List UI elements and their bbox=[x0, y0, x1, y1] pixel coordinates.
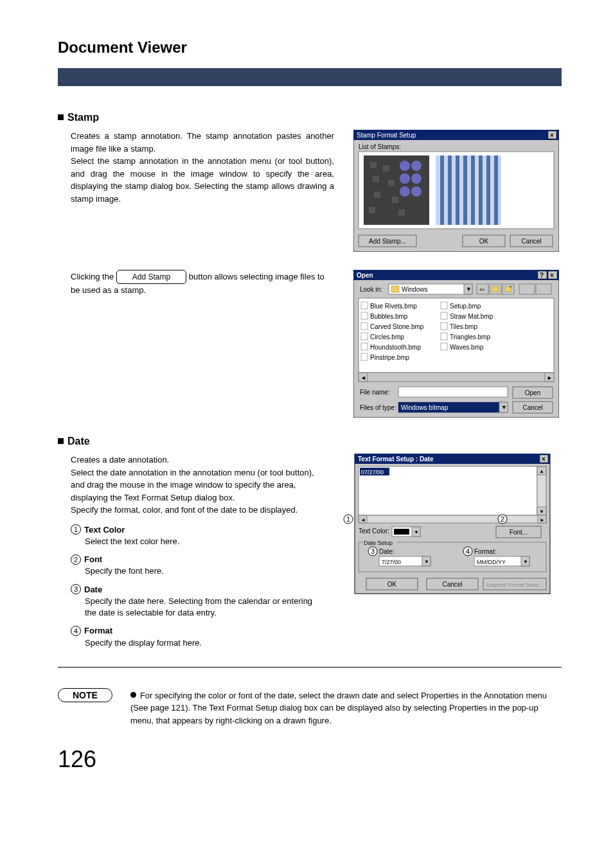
svg-point-16 bbox=[411, 173, 422, 184]
bullet-icon bbox=[130, 692, 136, 698]
textcolor-label: Text Color: bbox=[359, 527, 389, 535]
callout-3: 3 bbox=[371, 547, 375, 555]
svg-rect-12 bbox=[398, 209, 405, 216]
svg-text:▲: ▲ bbox=[539, 468, 544, 474]
open-cancel-button[interactable]: Cancel bbox=[522, 404, 542, 411]
filetype-select[interactable]: Windows bitmap bbox=[401, 404, 449, 411]
note-block: NOTE For specifying the color or font of… bbox=[58, 689, 562, 727]
divider bbox=[58, 667, 562, 668]
bullet-square bbox=[58, 114, 64, 120]
format-select[interactable]: MM/DD/YY bbox=[477, 559, 506, 565]
open-open-button[interactable]: Open bbox=[525, 389, 540, 396]
open-dialog-title: Open bbox=[357, 272, 373, 279]
page-title: Document Viewer bbox=[58, 39, 562, 57]
svg-rect-91 bbox=[359, 515, 546, 523]
svg-rect-7 bbox=[373, 176, 379, 182]
svg-point-15 bbox=[400, 173, 410, 184]
section-date: Date Creates a date annotation. Select t… bbox=[58, 436, 562, 649]
svg-text:Houndstooth.bmp: Houndstooth.bmp bbox=[370, 344, 421, 351]
font-button[interactable]: Font... bbox=[510, 529, 528, 536]
svg-text:▼: ▼ bbox=[539, 509, 544, 515]
add-stamp-inline-button: Add Stamp bbox=[116, 270, 186, 284]
svg-point-17 bbox=[400, 186, 410, 197]
lookin-value[interactable]: Windows bbox=[402, 286, 428, 293]
dialog-title: Stamp Format Setup bbox=[357, 132, 416, 139]
svg-text:◄: ◄ bbox=[360, 517, 366, 523]
prop-label: Format bbox=[84, 626, 112, 635]
circled-3: 3 bbox=[71, 584, 81, 594]
svg-text:Blue Rivets.bmp: Blue Rivets.bmp bbox=[370, 303, 417, 310]
note-text: For specifying the color or font of the … bbox=[130, 691, 547, 725]
format-label: Format: bbox=[474, 548, 496, 555]
svg-rect-11 bbox=[369, 207, 375, 213]
circled-1: 1 bbox=[71, 524, 81, 535]
svg-rect-41 bbox=[492, 287, 499, 292]
svg-point-18 bbox=[411, 186, 422, 197]
date-para2: Select the date annotation in the annota… bbox=[71, 466, 324, 504]
close-icon[interactable]: × bbox=[550, 132, 554, 139]
open-dialog: Open ? × Look in: Windows ▼ ⇦ * bbox=[353, 270, 559, 418]
folder-icon bbox=[391, 286, 399, 292]
circled-4: 4 bbox=[71, 626, 81, 636]
date-dialog: Text Format Setup : Date × 07/27/00 ▲ ▼ … bbox=[343, 454, 562, 601]
prop-desc: Specify the display format here. bbox=[85, 637, 324, 649]
svg-text:▼: ▼ bbox=[414, 529, 419, 535]
section-heading: Date bbox=[67, 436, 90, 447]
svg-rect-96 bbox=[394, 529, 409, 535]
page-number: 126 bbox=[58, 746, 562, 773]
prop-label: Text Color bbox=[84, 524, 125, 534]
svg-text:Straw Mat.bmp: Straw Mat.bmp bbox=[450, 313, 493, 320]
svg-text:*: * bbox=[510, 285, 511, 290]
filename-label: File name: bbox=[360, 389, 390, 396]
stamp-dialog: Stamp Format Setup × List of Stamps: bbox=[353, 130, 559, 252]
date-cancel-button[interactable]: Cancel bbox=[442, 581, 462, 588]
header-bar bbox=[58, 68, 562, 86]
prop-label: Date bbox=[84, 584, 102, 594]
lookin-label: Look in: bbox=[360, 286, 382, 293]
prop-desc: Select the text color here. bbox=[85, 536, 324, 547]
help-icon[interactable]: ? bbox=[540, 272, 544, 279]
svg-text:Bubbles.bmp: Bubbles.bmp bbox=[370, 313, 408, 320]
filetype-label: Files of type: bbox=[360, 404, 396, 411]
date-close-icon[interactable]: × bbox=[542, 456, 546, 463]
section-heading: Stamp bbox=[67, 112, 99, 123]
callout-2: 2 bbox=[501, 515, 504, 523]
svg-text:Waves.bmp: Waves.bmp bbox=[450, 344, 484, 351]
date-input[interactable]: 7/27/00 bbox=[382, 559, 401, 565]
svg-rect-46 bbox=[536, 284, 551, 294]
stamp-para1: Creates a stamp annotation. The stamp an… bbox=[71, 130, 334, 155]
svg-text:▼: ▼ bbox=[523, 559, 528, 565]
svg-rect-32 bbox=[353, 270, 559, 280]
filename-input[interactable] bbox=[398, 387, 508, 397]
svg-text:⇦: ⇦ bbox=[479, 286, 484, 293]
prop-label: Font bbox=[84, 554, 102, 564]
prop-desc: Specify the date here. Selecting from th… bbox=[85, 596, 324, 619]
stamp-cancel-button[interactable]: Cancel bbox=[521, 238, 541, 245]
callout-1: 1 bbox=[346, 515, 350, 523]
toolbar-icons[interactable]: ⇦ * bbox=[477, 284, 551, 294]
graphics-format-button: Graphics Format Setup... bbox=[486, 582, 543, 588]
stamp-ok-button[interactable]: OK bbox=[479, 238, 489, 245]
svg-text:►: ► bbox=[540, 517, 545, 523]
svg-rect-6 bbox=[383, 165, 389, 172]
svg-point-14 bbox=[411, 161, 422, 171]
svg-rect-45 bbox=[519, 284, 535, 294]
date-para3: Specify the format, color, and font of t… bbox=[71, 504, 324, 517]
click-prefix: Clicking the bbox=[71, 272, 114, 281]
svg-text:▼: ▼ bbox=[424, 559, 429, 565]
svg-text:▼: ▼ bbox=[501, 404, 507, 411]
svg-text:Setup.bmp: Setup.bmp bbox=[450, 303, 481, 310]
note-label: NOTE bbox=[58, 688, 112, 702]
prop-desc: Specify the font here. bbox=[85, 565, 324, 577]
svg-rect-70 bbox=[359, 373, 554, 382]
date-group-label: Date Setup bbox=[364, 540, 393, 546]
add-stamp-button[interactable]: Add Stamp... bbox=[369, 238, 406, 245]
open-close-icon[interactable]: × bbox=[550, 272, 554, 279]
svg-rect-19 bbox=[436, 155, 501, 225]
svg-rect-9 bbox=[374, 191, 380, 198]
date-ok-button[interactable]: OK bbox=[387, 581, 397, 588]
svg-text:◄: ◄ bbox=[360, 375, 366, 381]
date-dialog-title: Text Format Setup : Date bbox=[358, 456, 434, 463]
svg-text:Pinstripe.bmp: Pinstripe.bmp bbox=[370, 354, 410, 361]
section-stamp: Stamp Creates a stamp annotation. The st… bbox=[58, 112, 562, 418]
